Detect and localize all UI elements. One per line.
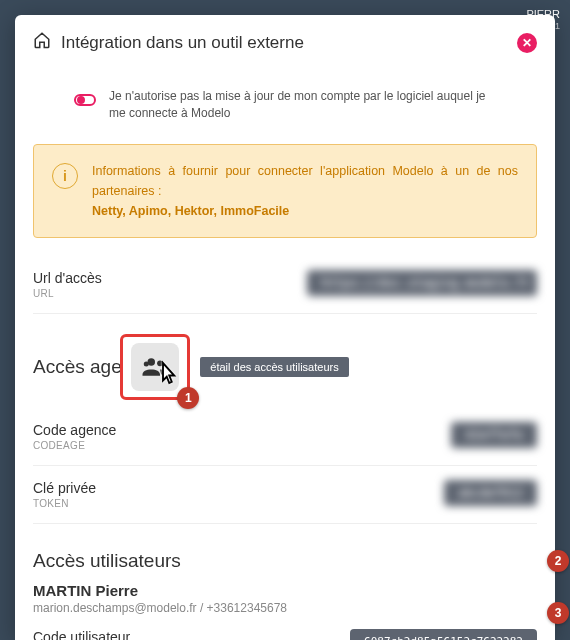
info-partners: Netty, Apimo, Hektor, ImmoFacile: [92, 204, 289, 218]
code-user-field: Code utilisateur CODEUSR 6087cb2d85a5615…: [33, 615, 537, 640]
cle-privee-agence-value[interactable]: abcdef012: [444, 480, 537, 506]
cle-privee-agence-label: Clé privée: [33, 480, 96, 496]
users-section-header: Accès utilisateurs: [33, 550, 537, 572]
url-sublabel: URL: [33, 288, 102, 299]
code-agence-label: Code agence: [33, 422, 116, 438]
users-section-title: Accès utilisateurs: [33, 550, 181, 572]
agency-section-title: Accès agen: [33, 356, 132, 378]
code-agence-sublabel: CODEAGE: [33, 440, 116, 451]
toggle-off-icon[interactable]: [73, 88, 97, 118]
url-field: Url d'accès URL https://doc.staging.mode…: [33, 256, 537, 314]
cle-privee-agence-sublabel: TOKEN: [33, 498, 96, 509]
modal-header: Intégration dans un outil externe ✕: [15, 15, 555, 70]
integration-modal: Intégration dans un outil externe ✕ Je n…: [15, 15, 555, 640]
user-block: MARTIN Pierre marion.deschamps@modelo.fr…: [33, 582, 537, 615]
user-contact: marion.deschamps@modelo.fr / +3361234567…: [33, 601, 537, 615]
close-icon: ✕: [522, 36, 532, 50]
cursor-icon: [153, 358, 183, 393]
user-details-tooltip: étail des accès utilisateurs: [200, 357, 348, 377]
cle-privee-agence-field: Clé privée TOKEN abcdef012: [33, 466, 537, 524]
annotation-badge-3: 3: [547, 602, 569, 624]
svg-point-4: [144, 361, 149, 366]
code-agence-field: Code agence CODEAGE 42effefe: [33, 408, 537, 466]
annotation-badge-1: 1: [177, 387, 199, 409]
user-fullname: MARTIN Pierre: [33, 582, 537, 599]
permission-text: Je n'autorise pas la mise à jour de mon …: [109, 88, 497, 122]
home-icon[interactable]: [33, 31, 51, 54]
code-agence-value[interactable]: 42effefe: [451, 422, 537, 448]
info-line: Informations à fournir pour connecter l'…: [92, 164, 518, 198]
code-user-label: Code utilisateur: [33, 629, 130, 640]
highlight-annotation-1: 1: [120, 334, 190, 400]
partner-info-box: i Informations à fournir pour connecter …: [33, 144, 537, 238]
modal-title: Intégration dans un outil externe: [61, 33, 517, 53]
url-label: Url d'accès: [33, 270, 102, 286]
annotation-badge-2: 2: [547, 550, 569, 572]
permission-toggle-row: Je n'autorise pas la mise à jour de mon …: [33, 70, 537, 140]
close-button[interactable]: ✕: [517, 33, 537, 53]
info-icon: i: [52, 163, 78, 189]
info-text: Informations à fournir pour connecter l'…: [92, 161, 518, 221]
agency-section-header: Accès agen 1 étail des accès utilisateur…: [33, 334, 537, 400]
code-user-value[interactable]: 6087cb2d85a56152c7622282: [350, 629, 537, 640]
url-value[interactable]: https://doc.staging.modelo.fr: [307, 270, 537, 296]
user-details-button[interactable]: [131, 343, 179, 391]
svg-point-1: [78, 97, 84, 103]
